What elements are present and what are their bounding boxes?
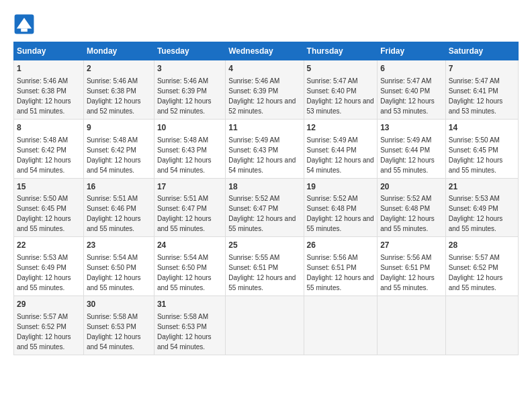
sunset-text: Sunset: 6:51 PM — [380, 264, 430, 271]
sunrise-text: Sunrise: 5:58 AM — [157, 313, 208, 320]
sunrise-text: Sunrise: 5:52 AM — [228, 195, 279, 202]
calendar-cell: 23Sunrise: 5:54 AMSunset: 6:50 PMDayligh… — [83, 237, 154, 296]
sunrise-text: Sunrise: 5:56 AM — [307, 254, 358, 261]
daylight-text: Daylight: 12 hours and 52 minutes. — [157, 97, 212, 115]
daylight-text: Daylight: 12 hours and 54 minutes. — [157, 333, 212, 351]
daylight-text: Daylight: 12 hours and 55 minutes. — [17, 215, 71, 232]
sunset-text: Sunset: 6:45 PM — [449, 146, 498, 154]
day-number: 13 — [380, 122, 443, 134]
day-number: 25 — [228, 240, 300, 251]
sunset-text: Sunset: 6:38 PM — [87, 87, 136, 95]
day-number: 6 — [380, 63, 443, 75]
calendar-cell: 16Sunrise: 5:51 AMSunset: 6:46 PMDayligh… — [83, 178, 154, 237]
sunrise-text: Sunrise: 5:49 AM — [307, 136, 358, 144]
daylight-text: Daylight: 12 hours and 54 minutes. — [157, 156, 212, 174]
sunset-text: Sunset: 6:48 PM — [307, 205, 357, 212]
logo — [13, 13, 38, 35]
calendar-cell: 24Sunrise: 5:54 AMSunset: 6:50 PMDayligh… — [154, 237, 225, 296]
weekday-header: Friday — [378, 42, 446, 60]
sunrise-text: Sunrise: 5:53 AM — [449, 195, 500, 202]
calendar-cell: 20Sunrise: 5:52 AMSunset: 6:48 PMDayligh… — [378, 178, 446, 237]
daylight-text: Daylight: 12 hours and 52 minutes. — [228, 97, 296, 115]
sunset-text: Sunset: 6:47 PM — [157, 205, 207, 212]
daylight-text: Daylight: 12 hours and 55 minutes. — [157, 215, 212, 232]
sunrise-text: Sunrise: 5:46 AM — [228, 77, 279, 85]
daylight-text: Daylight: 12 hours and 55 minutes. — [228, 215, 296, 232]
calendar-cell: 17Sunrise: 5:51 AMSunset: 6:47 PMDayligh… — [154, 178, 225, 237]
sunset-text: Sunset: 6:49 PM — [449, 205, 498, 212]
sunrise-text: Sunrise: 5:49 AM — [380, 136, 431, 144]
calendar-cell: 5Sunrise: 5:47 AMSunset: 6:40 PMDaylight… — [304, 60, 378, 120]
calendar-table: SundayMondayTuesdayWednesdayThursdayFrid… — [13, 42, 519, 355]
calendar-cell: 25Sunrise: 5:55 AMSunset: 6:51 PMDayligh… — [226, 237, 304, 296]
calendar-header-row: SundayMondayTuesdayWednesdayThursdayFrid… — [14, 42, 519, 60]
day-number: 28 — [449, 240, 515, 251]
daylight-text: Daylight: 12 hours and 55 minutes. — [157, 274, 212, 291]
calendar-cell: 31Sunrise: 5:58 AMSunset: 6:53 PMDayligh… — [154, 296, 225, 355]
sunset-text: Sunset: 6:40 PM — [380, 87, 430, 95]
sunset-text: Sunset: 6:51 PM — [228, 264, 278, 271]
daylight-text: Daylight: 12 hours and 55 minutes. — [307, 215, 374, 232]
sunset-text: Sunset: 6:39 PM — [157, 87, 207, 95]
calendar-cell: 26Sunrise: 5:56 AMSunset: 6:51 PMDayligh… — [304, 237, 378, 296]
daylight-text: Daylight: 12 hours and 51 minutes. — [17, 97, 71, 115]
sunrise-text: Sunrise: 5:54 AM — [157, 254, 208, 261]
sunset-text: Sunset: 6:43 PM — [228, 146, 278, 154]
daylight-text: Daylight: 12 hours and 55 minutes. — [87, 274, 141, 291]
sunset-text: Sunset: 6:49 PM — [17, 264, 66, 271]
calendar-cell: 15Sunrise: 5:50 AMSunset: 6:45 PMDayligh… — [14, 178, 84, 237]
day-number: 17 — [157, 181, 222, 193]
sunrise-text: Sunrise: 5:51 AM — [157, 195, 208, 202]
sunrise-text: Sunrise: 5:47 AM — [307, 77, 358, 85]
calendar-cell: 9Sunrise: 5:48 AMSunset: 6:42 PMDaylight… — [83, 119, 154, 178]
day-number: 31 — [157, 299, 222, 310]
sunrise-text: Sunrise: 5:50 AM — [17, 195, 68, 202]
calendar-cell: 21Sunrise: 5:53 AMSunset: 6:49 PMDayligh… — [445, 178, 518, 237]
sunrise-text: Sunrise: 5:50 AM — [449, 136, 500, 144]
calendar-week-row: 29Sunrise: 5:57 AMSunset: 6:52 PMDayligh… — [14, 296, 519, 355]
calendar-week-row: 8Sunrise: 5:48 AMSunset: 6:42 PMDaylight… — [14, 119, 519, 178]
day-number: 5 — [307, 63, 375, 75]
daylight-text: Daylight: 12 hours and 53 minutes. — [380, 97, 435, 115]
sunrise-text: Sunrise: 5:46 AM — [157, 77, 208, 85]
calendar-cell: 13Sunrise: 5:49 AMSunset: 6:44 PMDayligh… — [378, 119, 446, 178]
calendar-week-row: 1Sunrise: 5:46 AMSunset: 6:38 PMDaylight… — [14, 60, 519, 120]
sunset-text: Sunset: 6:40 PM — [307, 87, 357, 95]
sunrise-text: Sunrise: 5:53 AM — [17, 254, 68, 261]
sunset-text: Sunset: 6:48 PM — [380, 205, 430, 212]
day-number: 29 — [17, 299, 81, 310]
calendar-cell: 28Sunrise: 5:57 AMSunset: 6:52 PMDayligh… — [445, 237, 518, 296]
sunrise-text: Sunrise: 5:49 AM — [228, 136, 279, 144]
calendar-cell: 29Sunrise: 5:57 AMSunset: 6:52 PMDayligh… — [14, 296, 84, 355]
calendar-cell: 6Sunrise: 5:47 AMSunset: 6:40 PMDaylight… — [378, 60, 446, 120]
daylight-text: Daylight: 12 hours and 54 minutes. — [17, 156, 71, 174]
sunrise-text: Sunrise: 5:58 AM — [87, 313, 138, 320]
sunset-text: Sunset: 6:42 PM — [87, 146, 136, 154]
calendar-cell: 19Sunrise: 5:52 AMSunset: 6:48 PMDayligh… — [304, 178, 378, 237]
calendar-week-row: 15Sunrise: 5:50 AMSunset: 6:45 PMDayligh… — [14, 178, 519, 237]
daylight-text: Daylight: 12 hours and 54 minutes. — [307, 156, 374, 174]
calendar-cell: 27Sunrise: 5:56 AMSunset: 6:51 PMDayligh… — [378, 237, 446, 296]
sunrise-text: Sunrise: 5:57 AM — [449, 254, 500, 261]
calendar-cell: 14Sunrise: 5:50 AMSunset: 6:45 PMDayligh… — [445, 119, 518, 178]
sunrise-text: Sunrise: 5:56 AM — [380, 254, 431, 261]
day-number: 26 — [307, 240, 375, 251]
calendar-cell — [378, 296, 446, 355]
calendar-cell — [445, 296, 518, 355]
calendar-cell: 1Sunrise: 5:46 AMSunset: 6:38 PMDaylight… — [14, 60, 84, 120]
daylight-text: Daylight: 12 hours and 52 minutes. — [87, 97, 141, 115]
day-number: 1 — [17, 63, 81, 75]
day-number: 19 — [307, 181, 375, 193]
daylight-text: Daylight: 12 hours and 55 minutes. — [380, 215, 435, 232]
calendar-cell: 10Sunrise: 5:48 AMSunset: 6:43 PMDayligh… — [154, 119, 225, 178]
page-header — [13, 13, 519, 35]
sunrise-text: Sunrise: 5:54 AM — [87, 254, 138, 261]
sunset-text: Sunset: 6:53 PM — [87, 323, 136, 330]
sunrise-text: Sunrise: 5:48 AM — [87, 136, 138, 144]
calendar-cell — [226, 296, 304, 355]
daylight-text: Daylight: 12 hours and 54 minutes. — [87, 333, 141, 351]
sunrise-text: Sunrise: 5:57 AM — [17, 313, 68, 320]
sunrise-text: Sunrise: 5:47 AM — [380, 77, 431, 85]
daylight-text: Daylight: 12 hours and 55 minutes. — [17, 333, 71, 351]
weekday-header: Tuesday — [154, 42, 225, 60]
